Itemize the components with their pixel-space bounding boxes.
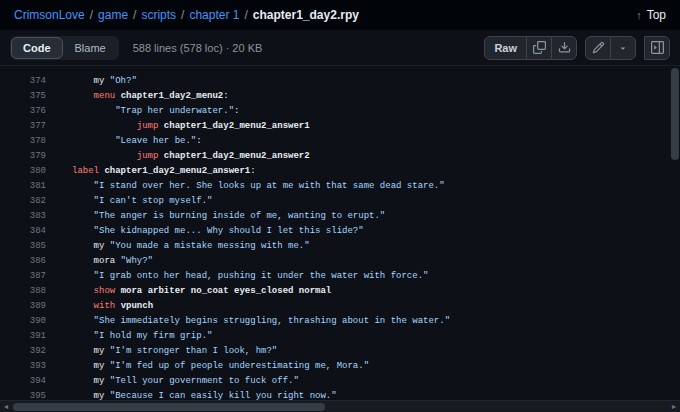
code-line-content: "I stand over her. She looks up at me wi… bbox=[46, 179, 445, 194]
code-line-content: with vpunch bbox=[46, 299, 153, 314]
symbols-panel-group bbox=[644, 36, 670, 60]
breadcrumb: CrimsonLove / game / scripts / chapter 1… bbox=[14, 8, 359, 22]
raw-button[interactable]: Raw bbox=[484, 36, 527, 60]
tab-blame[interactable]: Blame bbox=[63, 37, 118, 59]
code-line-content: my "Oh?" bbox=[46, 74, 137, 89]
scroll-right-arrow-icon[interactable]: ▸ bbox=[668, 401, 680, 412]
line-number[interactable]: 395 bbox=[0, 389, 46, 400]
code-line: 394 my "Tell your government to fuck off… bbox=[0, 374, 680, 389]
horizontal-scrollbar-thumb[interactable] bbox=[13, 403, 325, 411]
code-line-content: my "Tell your government to fuck off." bbox=[46, 374, 299, 389]
breadcrumb-segment-scripts[interactable]: scripts bbox=[141, 8, 176, 22]
line-number[interactable]: 387 bbox=[0, 269, 46, 284]
code-line: 375 menu chapter1_day2_menu2: bbox=[0, 89, 680, 104]
line-number[interactable]: 379 bbox=[0, 149, 46, 164]
symbols-panel-icon[interactable] bbox=[644, 36, 670, 60]
line-number[interactable]: 374 bbox=[0, 74, 46, 89]
code-line: 384 "She kidnapped me... Why should I le… bbox=[0, 224, 680, 239]
code-line: 395 my "Because I can easily kill you ri… bbox=[0, 389, 680, 400]
breadcrumb-segment-game[interactable]: game bbox=[98, 8, 128, 22]
back-to-top-label: Top bbox=[647, 8, 666, 22]
breadcrumb-separator: / bbox=[181, 8, 184, 22]
code-line: 379 jump chapter1_day2_menu2_answer2 bbox=[0, 149, 680, 164]
code-lines: 374 my "Oh?"375 menu chapter1_day2_menu2… bbox=[0, 74, 680, 400]
code-line-content: "Trap her underwater.": bbox=[46, 104, 239, 119]
code-line-content: my "I'm stronger than I look, hm?" bbox=[46, 344, 277, 359]
line-number[interactable]: 378 bbox=[0, 134, 46, 149]
code-line: 380label chapter1_day2_menu2_answer1: bbox=[0, 164, 680, 179]
copy-icon[interactable] bbox=[526, 36, 552, 60]
code-line-content: my "You made a mistake messing with me." bbox=[46, 239, 310, 254]
breadcrumb-separator: / bbox=[133, 8, 136, 22]
code-line-content: "I can't stop myself." bbox=[46, 194, 212, 209]
code-line: 374 my "Oh?" bbox=[0, 74, 680, 89]
line-number[interactable]: 375 bbox=[0, 89, 46, 104]
code-line-content: jump chapter1_day2_menu2_answer2 bbox=[46, 149, 310, 164]
line-number[interactable]: 376 bbox=[0, 104, 46, 119]
line-number[interactable]: 392 bbox=[0, 344, 46, 359]
code-line-content: "She kidnapped me... Why should I let th… bbox=[46, 224, 364, 239]
line-number[interactable]: 386 bbox=[0, 254, 46, 269]
edit-pencil-icon[interactable] bbox=[585, 36, 611, 60]
breadcrumb-bar: CrimsonLove / game / scripts / chapter 1… bbox=[0, 0, 680, 30]
line-number[interactable]: 377 bbox=[0, 119, 46, 134]
line-number[interactable]: 384 bbox=[0, 224, 46, 239]
horizontal-scrollbar[interactable]: ◂ ▸ bbox=[0, 400, 680, 412]
code-line-content: my "I'm fed up of people underestimating… bbox=[46, 359, 369, 374]
line-number[interactable]: 389 bbox=[0, 299, 46, 314]
line-number[interactable]: 393 bbox=[0, 359, 46, 374]
line-number[interactable]: 385 bbox=[0, 239, 46, 254]
file-meta: 588 lines (578 loc) · 20 KB bbox=[133, 42, 263, 54]
line-number[interactable]: 381 bbox=[0, 179, 46, 194]
code-line: 388 show mora arbiter no_coat eyes_close… bbox=[0, 284, 680, 299]
code-line-content: my "Because I can easily kill you right … bbox=[46, 389, 337, 400]
code-line-content: "She immediately begins struggling, thra… bbox=[46, 314, 450, 329]
edit-button-group bbox=[585, 36, 636, 60]
code-line-content: show mora arbiter no_coat eyes_closed no… bbox=[46, 284, 331, 299]
code-line-content: "Leave her be.": bbox=[46, 134, 202, 149]
code-line-content: mora "Why?" bbox=[46, 254, 153, 269]
code-line: 376 "Trap her underwater.": bbox=[0, 104, 680, 119]
code-line-content: "The anger is burning inside of me, want… bbox=[46, 209, 385, 224]
line-number[interactable]: 390 bbox=[0, 314, 46, 329]
breadcrumb-segment-chapter1[interactable]: chapter 1 bbox=[189, 8, 239, 22]
code-line: 381 "I stand over her. She looks up at m… bbox=[0, 179, 680, 194]
code-line: 389 with vpunch bbox=[0, 299, 680, 314]
toolbar-right: Raw bbox=[476, 36, 670, 60]
line-number[interactable]: 383 bbox=[0, 209, 46, 224]
edit-dropdown-caret-icon[interactable] bbox=[610, 36, 636, 60]
download-icon[interactable] bbox=[551, 36, 577, 60]
code-line: 378 "Leave her be.": bbox=[0, 134, 680, 149]
vertical-scrollbar-thumb[interactable] bbox=[671, 68, 679, 160]
breadcrumb-separator: / bbox=[244, 8, 247, 22]
code-line: 392 my "I'm stronger than I look, hm?" bbox=[0, 344, 680, 359]
line-number[interactable]: 388 bbox=[0, 284, 46, 299]
code-blame-switcher: Code Blame bbox=[10, 36, 119, 60]
back-to-top-link[interactable]: ↑ Top bbox=[636, 8, 666, 22]
arrow-up-icon: ↑ bbox=[636, 9, 642, 21]
code-line: 387 "I grab onto her head, pushing it un… bbox=[0, 269, 680, 284]
code-line-content: label chapter1_day2_menu2_answer1: bbox=[46, 164, 256, 179]
code-line: 383 "The anger is burning inside of me, … bbox=[0, 209, 680, 224]
code-line: 393 my "I'm fed up of people underestima… bbox=[0, 359, 680, 374]
code-line-content: jump chapter1_day2_menu2_answer1 bbox=[46, 119, 310, 134]
code-line-content: menu chapter1_day2_menu2: bbox=[46, 89, 229, 104]
code-line-content: "I grab onto her head, pushing it under … bbox=[46, 269, 428, 284]
code-line: 382 "I can't stop myself." bbox=[0, 194, 680, 209]
tab-code[interactable]: Code bbox=[11, 37, 63, 59]
vertical-scrollbar[interactable] bbox=[671, 68, 679, 398]
code-line: 391 "I hold my firm grip." bbox=[0, 329, 680, 344]
line-number[interactable]: 380 bbox=[0, 164, 46, 179]
breadcrumb-separator: / bbox=[90, 8, 93, 22]
line-number[interactable]: 382 bbox=[0, 194, 46, 209]
line-number[interactable]: 391 bbox=[0, 329, 46, 344]
scroll-left-arrow-icon[interactable]: ◂ bbox=[0, 401, 12, 412]
code-view[interactable]: 374 my "Oh?"375 menu chapter1_day2_menu2… bbox=[0, 67, 680, 400]
file-toolbar: Code Blame 588 lines (578 loc) · 20 KB R… bbox=[0, 30, 680, 66]
code-line: 377 jump chapter1_day2_menu2_answer1 bbox=[0, 119, 680, 134]
breadcrumb-repo-link[interactable]: CrimsonLove bbox=[14, 8, 85, 22]
line-number[interactable]: 394 bbox=[0, 374, 46, 389]
raw-button-group: Raw bbox=[484, 36, 577, 60]
toolbar-left: Code Blame 588 lines (578 loc) · 20 KB bbox=[10, 36, 262, 60]
code-line: 385 my "You made a mistake messing with … bbox=[0, 239, 680, 254]
